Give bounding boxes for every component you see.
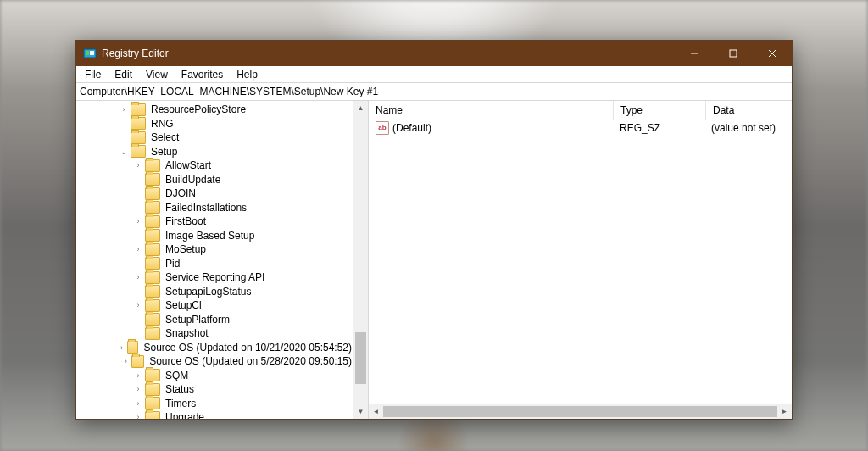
tree-node-label: Service Reporting API: [164, 271, 266, 283]
value-data: (value not set): [704, 122, 792, 134]
chevron-right-icon[interactable]: ›: [133, 245, 143, 253]
tree-node[interactable]: ›RNG: [76, 117, 353, 131]
tree-node[interactable]: ›SetupPlatform: [76, 313, 353, 327]
tree-view[interactable]: ›ResourcePolicyStore›RNG›Select⌄Setup›Al…: [76, 101, 353, 419]
column-header-data[interactable]: Data: [706, 101, 792, 120]
tree-node-label: Timers: [164, 398, 198, 409]
chevron-right-icon[interactable]: ›: [133, 273, 143, 281]
menu-help[interactable]: Help: [230, 67, 264, 82]
scroll-left-arrow-icon[interactable]: ◄: [369, 404, 383, 419]
tree-node-label: FirstBoot: [164, 215, 208, 227]
tree-node-label: MoSetup: [164, 243, 208, 255]
tree-node[interactable]: ›SetupCl: [76, 298, 353, 313]
folder-icon: [145, 285, 160, 298]
chevron-right-icon[interactable]: ›: [133, 301, 143, 309]
tree-node-label: Source OS (Updated on 10/21/2020 05:54:5…: [142, 342, 353, 354]
column-header-type[interactable]: Type: [614, 101, 706, 120]
chevron-right-icon[interactable]: ›: [119, 105, 129, 114]
tree-node[interactable]: ›Status: [76, 382, 353, 397]
values-horizontal-scrollbar[interactable]: ◄ ►: [369, 404, 792, 419]
chevron-right-icon[interactable]: ›: [118, 343, 125, 352]
tree-node-label: SetupapiLogStatus: [164, 286, 253, 298]
tree-node[interactable]: ›Snapshot: [76, 326, 353, 341]
tree-node[interactable]: ›Service Reporting API: [76, 270, 353, 285]
close-button[interactable]: [753, 41, 792, 66]
chevron-right-icon[interactable]: ›: [133, 161, 143, 170]
chevron-right-icon[interactable]: ›: [133, 217, 143, 226]
minimize-button[interactable]: [675, 41, 714, 66]
value-name: (Default): [392, 122, 431, 134]
tree-node[interactable]: ›FailedInstallations: [76, 201, 353, 215]
tree-node[interactable]: ›AllowStart: [76, 159, 353, 173]
tree-node[interactable]: ›SQM: [76, 369, 353, 383]
tree-node-label: Upgrade: [164, 411, 206, 419]
tree-node[interactable]: ›FirstBoot: [76, 214, 353, 229]
tree-node-label: DJOIN: [164, 187, 198, 199]
scroll-right-arrow-icon[interactable]: ►: [777, 404, 792, 419]
tree-node-label: Snapshot: [164, 327, 210, 339]
tree-node[interactable]: ›Timers: [76, 397, 353, 411]
menu-view[interactable]: View: [139, 67, 175, 82]
folder-icon: [145, 201, 160, 214]
value-type: REG_SZ: [613, 122, 704, 134]
tree-node[interactable]: ›DJOIN: [76, 187, 353, 201]
svg-rect-5: [730, 50, 737, 57]
tree-node[interactable]: ›Source OS (Updated on 5/28/2020 09:50:1…: [76, 354, 353, 369]
value-row[interactable]: ab(Default)REG_SZ(value not set): [369, 120, 792, 135]
folder-icon: [127, 341, 139, 354]
chevron-right-icon[interactable]: ›: [133, 413, 143, 419]
tree-node-label: FailedInstallations: [164, 202, 248, 214]
tree-node[interactable]: ›ResourcePolicyStore: [76, 103, 353, 117]
scroll-thumb[interactable]: [355, 332, 366, 384]
tree-node[interactable]: ⌄Setup: [76, 145, 353, 159]
string-value-icon: ab: [376, 121, 389, 135]
chevron-right-icon[interactable]: ›: [122, 357, 131, 365]
chevron-right-icon[interactable]: ›: [133, 385, 143, 393]
tree-node[interactable]: ›BuildUpdate: [76, 173, 353, 187]
folder-icon: [145, 299, 160, 312]
svg-rect-3: [90, 51, 94, 55]
folder-icon: [145, 159, 160, 172]
tree-node[interactable]: ›Image Based Setup: [76, 229, 353, 243]
folder-icon: [131, 355, 144, 368]
tree-node-label: AllowStart: [164, 159, 213, 171]
menu-edit[interactable]: Edit: [108, 67, 139, 82]
tree-node-label: Status: [164, 383, 196, 395]
folder-icon: [145, 397, 160, 409]
menu-file[interactable]: File: [78, 67, 108, 82]
values-list[interactable]: ab(Default)REG_SZ(value not set): [369, 120, 792, 404]
scroll-down-arrow-icon[interactable]: ▼: [353, 404, 368, 419]
chevron-right-icon[interactable]: ›: [133, 371, 143, 380]
tree-node[interactable]: ›Upgrade: [76, 410, 353, 419]
tree-vertical-scrollbar[interactable]: ▲ ▼: [353, 101, 368, 419]
values-header: Name Type Data: [369, 101, 792, 120]
chevron-down-icon[interactable]: ⌄: [119, 148, 129, 156]
scroll-htrack[interactable]: [383, 404, 777, 419]
tree-node[interactable]: ›Source OS (Updated on 10/21/2020 05:54:…: [76, 341, 353, 355]
window-controls: [675, 41, 792, 66]
tree-node-label: Image Based Setup: [164, 230, 256, 242]
tree-node[interactable]: ›MoSetup: [76, 242, 353, 257]
column-header-name[interactable]: Name: [369, 101, 614, 120]
scroll-track[interactable]: [353, 115, 368, 404]
titlebar[interactable]: Registry Editor: [76, 41, 792, 66]
chevron-right-icon[interactable]: ›: [133, 399, 143, 408]
scroll-hthumb[interactable]: [383, 406, 777, 417]
tree-node[interactable]: ›SetupapiLogStatus: [76, 285, 353, 299]
tree-node[interactable]: ›Select: [76, 131, 353, 145]
menu-favorites[interactable]: Favorites: [175, 67, 230, 82]
folder-icon: [145, 313, 160, 326]
registry-editor-icon: [83, 47, 97, 60]
values-pane: Name Type Data ab(Default)REG_SZ(value n…: [369, 101, 792, 419]
tree-node-label: SetupPlatform: [164, 314, 231, 326]
folder-icon: [145, 369, 160, 381]
maximize-button[interactable]: [714, 41, 753, 66]
tree-node[interactable]: ›Pid: [76, 257, 353, 271]
folder-icon: [145, 411, 160, 419]
address-bar[interactable]: Computer\HKEY_LOCAL_MACHINE\SYSTEM\Setup…: [76, 83, 792, 101]
folder-icon: [131, 145, 146, 158]
folder-icon: [145, 383, 160, 396]
tree-node-label: SetupCl: [164, 299, 203, 311]
scroll-up-arrow-icon[interactable]: ▲: [353, 101, 368, 115]
menubar: File Edit View Favorites Help: [76, 66, 792, 83]
